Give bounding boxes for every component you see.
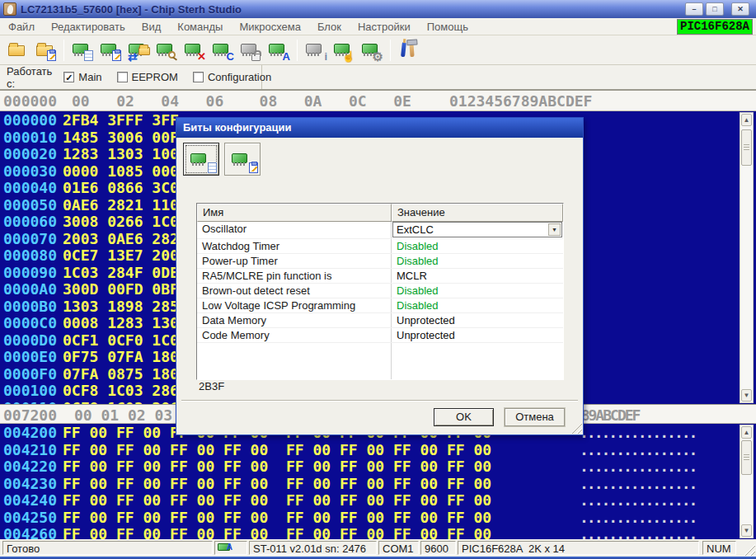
hammer-icon (409, 42, 414, 56)
hex-bottom-scrollbar[interactable]: ▲ ▼ (740, 425, 754, 538)
clipboard-icon (249, 162, 258, 173)
read-config-button[interactable] (183, 143, 219, 176)
folder-icon (8, 45, 25, 56)
ok-button[interactable]: OK (434, 408, 494, 426)
oscillator-combobox[interactable]: ExtCLC ▼ (392, 222, 562, 237)
dialog-resize-grip[interactable] (571, 423, 582, 434)
write-config-button[interactable] (224, 143, 261, 176)
config-table: Имя Значение Oscillator ExtCLC ▼ Watchdo… (196, 203, 564, 380)
document-icon (208, 162, 217, 173)
cancel-button[interactable]: Отмена (505, 408, 565, 426)
open-file-button[interactable] (5, 38, 30, 63)
config-value[interactable]: Disabled (392, 284, 563, 298)
hex-address: 000080 (3, 247, 57, 264)
hex-address: 0000C0 (3, 314, 57, 331)
column-header-name: Имя (197, 204, 392, 222)
dropdown-arrow-icon[interactable]: ▼ (548, 223, 561, 236)
menu-edit[interactable]: Редактировать (43, 21, 134, 33)
hex-row[interactable]: 004220FF 00 FF 00 FF 00 FF 00 FF 00 FF 0… (0, 458, 756, 475)
hex-address: 000050 (3, 196, 57, 214)
hex-top-scrollbar[interactable]: ▲ ▼ (740, 112, 754, 403)
config-value-cell[interactable]: ExtCLC ▼ (392, 222, 563, 238)
hex-row[interactable]: 004230FF 00 FF 00 FF 00 FF 00 FF 00 FF 0… (0, 475, 756, 492)
menu-block[interactable]: Блок (309, 21, 350, 33)
hex-row[interactable]: 004260FF 00 FF 00 FF 00 FF 00 FF 00 FF 0… (0, 525, 756, 539)
tools-button[interactable] (397, 38, 421, 63)
config-row-mclre[interactable]: RA5/MCLRE pin function is MCLR (197, 269, 563, 284)
hex-row[interactable]: 004210FF 00 FF 00 FF 00 FF 00 FF 00 FF 0… (0, 441, 756, 458)
config-row-powerup[interactable]: Power-up Timer Disabled (197, 254, 563, 269)
hex-row[interactable]: 004240FF 00 FF 00 FF 00 FF 00 FF 00 FF 0… (0, 491, 756, 509)
hex-address: 000070 (3, 230, 57, 247)
close-button[interactable]: ✕ (731, 2, 749, 16)
hex-data: 1303 1898 285 (63, 298, 179, 315)
hex-data: 0AE6 2821 110 (63, 196, 179, 214)
checkbox-eeprom-box[interactable] (117, 72, 128, 82)
edit-file-button[interactable] (33, 38, 58, 63)
chip-icon (190, 153, 206, 163)
config-value[interactable]: MCLR (392, 269, 563, 283)
hex-address: 0000D0 (3, 331, 57, 349)
verify-chip-button[interactable] (154, 38, 179, 63)
chip-settings-button[interactable]: ⚙ (359, 38, 384, 63)
lock-chip-button[interactable] (238, 38, 263, 63)
auto-program-chip-button[interactable]: A (266, 38, 291, 63)
scroll-up-button[interactable]: ▲ (741, 426, 752, 439)
minimize-button[interactable]: – (685, 2, 703, 16)
menu-view[interactable]: Вид (134, 21, 170, 33)
blank-check-chip-button[interactable]: C (210, 38, 235, 63)
hex-bottom-pane[interactable]: 004200FF 00 FF 00 FF 00 FF 00 FF 00 FF 0… (0, 424, 756, 539)
folder-icon (139, 47, 150, 55)
write-chip-button[interactable] (98, 38, 123, 63)
checkbox-configuration-box[interactable] (193, 72, 204, 82)
config-value[interactable]: Unprotected (392, 313, 563, 327)
checkbox-main-box[interactable]: ✓ (63, 72, 74, 82)
status-baud: 9600 (420, 541, 456, 555)
chip-info-button[interactable]: i (303, 38, 328, 63)
scrollbar-thumb[interactable] (741, 129, 752, 166)
hex-top-header-columns: 00 02 04 06 08 0A 0C 0E (72, 92, 411, 110)
hex-row[interactable]: 004250FF 00 FF 00 FF 00 FF 00 FF 00 FF 0… (0, 509, 756, 526)
read-chip-button[interactable] (70, 38, 95, 63)
config-row-brownout[interactable]: Brown-out detect reset Disabled (197, 284, 563, 298)
config-row-lvp[interactable]: Low Voltage ICSP Programming Disabled (197, 298, 563, 313)
config-row-oscillator[interactable]: Oscillator ExtCLC ▼ (197, 222, 563, 239)
checkbox-main[interactable]: ✓ Main (63, 71, 101, 83)
config-row-code-memory[interactable]: Code Memory Unprotected (197, 328, 563, 343)
checkbox-configuration[interactable]: Configuration (193, 71, 271, 83)
config-row-watchdog[interactable]: Watchdog Timer Disabled (197, 239, 563, 254)
exchange-chip-button[interactable]: ⇄ (126, 38, 151, 63)
scroll-down-button[interactable]: ▼ (741, 389, 752, 402)
config-row-data-memory[interactable]: Data Memory Unprotected (197, 313, 563, 328)
erase-chip-button[interactable]: ✕ (182, 38, 207, 63)
menu-file[interactable]: Файл (0, 21, 43, 33)
menu-commands[interactable]: Команды (169, 21, 231, 33)
column-header-value: Значение (392, 204, 563, 222)
menu-help[interactable]: Помощь (419, 21, 477, 33)
config-value[interactable]: Disabled (392, 298, 563, 312)
config-value[interactable]: Unprotected (392, 328, 563, 342)
hex-data: 01E6 0866 3C0 (63, 179, 179, 196)
select-chip-button[interactable]: ☝ (331, 38, 356, 63)
menu-chip[interactable]: Микросхема (231, 21, 309, 33)
main-toolbar: ⇄ ✕ C A i ☝ ⚙ (0, 35, 756, 65)
menu-settings[interactable]: Настройки (350, 21, 419, 33)
scroll-down-button[interactable]: ▼ (741, 524, 752, 537)
menubar: Файл Редактировать Вид Команды Микросхем… (0, 18, 756, 35)
dialog-titlebar[interactable]: Биты конфигурации (176, 118, 583, 138)
toolbar-separator (297, 40, 298, 61)
hex-data: 0008 1283 130 (63, 314, 179, 331)
combobox-value: ExtCLC (397, 223, 434, 236)
hex-bottom-header-address: 007200 (3, 406, 57, 424)
hex-data: 3008 0266 1C0 (63, 213, 179, 230)
hex-address: 000060 (3, 213, 57, 230)
scrollbar-thumb[interactable] (741, 440, 752, 475)
window-resize-grip[interactable] (744, 544, 755, 556)
scroll-up-button[interactable]: ▲ (741, 114, 752, 126)
window-titlebar[interactable]: LC72131b5_57600 [hex] - Chip Sterh Studi… (0, 0, 756, 18)
config-value[interactable]: Disabled (392, 254, 563, 268)
checkbox-eeprom[interactable]: EEPROM (117, 71, 178, 83)
config-value[interactable]: Disabled (392, 239, 563, 253)
document-icon (84, 50, 93, 61)
maximize-button[interactable]: □ (706, 2, 724, 16)
